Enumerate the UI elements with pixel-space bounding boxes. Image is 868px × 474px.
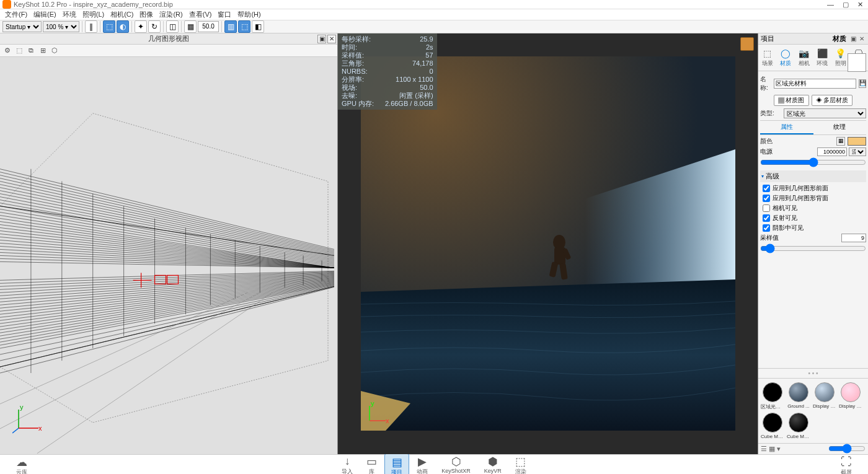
- link-icon[interactable]: ⧉: [26, 46, 36, 56]
- menu-env[interactable]: 环境: [60, 9, 79, 20]
- panel-title-project: 项目: [761, 34, 813, 43]
- menu-render[interactable]: 渲染(R): [157, 9, 185, 20]
- tab-相机[interactable]: 📷相机: [796, 46, 812, 69]
- multilayer-button[interactable]: ◈ 多层材质: [812, 95, 853, 106]
- thumbnail-size-slider[interactable]: [828, 444, 866, 454]
- check-反射可见[interactable]: [763, 214, 770, 222]
- material-ball[interactable]: 区域光材料: [761, 382, 784, 410]
- minimize-button[interactable]: —: [827, 1, 834, 9]
- tab-材质[interactable]: ◯材质: [777, 46, 794, 69]
- render-viewport[interactable]: 每秒采样:25.9 时间:2s 采样值:57 三角形:74,178 NURBS:…: [338, 33, 758, 454]
- menu-file[interactable]: 文件(F): [2, 9, 30, 20]
- geometry-viewport[interactable]: yx: [0, 57, 337, 454]
- toolbar: Startup ▾ 100 % ▾ ‖ ⬚ ◐ ✦ ↻ ◫ ▦ 50.0 ▥ ⬚…: [0, 20, 868, 33]
- left-pane-header: 几何图形视图 ▣ ✕: [0, 33, 337, 45]
- fov-input[interactable]: 50.0: [198, 21, 219, 32]
- axis-gizmo: yx: [12, 403, 43, 436]
- menu-lighting[interactable]: 照明(L): [80, 9, 107, 20]
- close-button[interactable]: ✕: [857, 1, 863, 9]
- close-icon[interactable]: ✕: [859, 35, 867, 43]
- texture-icon[interactable]: ▦: [836, 137, 845, 146]
- tab-环境[interactable]: ⬛环境: [814, 46, 830, 69]
- undock-icon[interactable]: ▣: [317, 35, 326, 43]
- cube-icon[interactable]: ⬚: [14, 46, 24, 56]
- material-preview[interactable]: [848, 71, 866, 72]
- dropdown-icon[interactable]: ▾: [777, 445, 781, 453]
- svg-text:x: x: [38, 424, 42, 432]
- menubar: 文件(F) 编辑(E) 环境 照明(L) 相机(C) 图像 渲染(R) 查看(V…: [0, 9, 868, 20]
- color-swatch[interactable]: [848, 137, 866, 146]
- subtab-textures[interactable]: 纹理: [813, 121, 867, 134]
- grid-view-icon[interactable]: ▦: [769, 445, 775, 453]
- tab-照明[interactable]: 💡照明: [833, 46, 849, 69]
- menu-image[interactable]: 图像: [137, 9, 156, 20]
- svg-text:y: y: [371, 401, 374, 407]
- close-icon[interactable]: ✕: [327, 35, 336, 43]
- bottom-tab-渲染[interactable]: ⬚渲染: [509, 454, 533, 474]
- material-name-input[interactable]: [774, 79, 856, 89]
- gpu-button[interactable]: ◐: [117, 20, 129, 33]
- subtab-properties[interactable]: 属性: [760, 121, 813, 134]
- tool-6[interactable]: ⬚: [238, 20, 250, 33]
- bottom-tab-导入[interactable]: ↓导入: [335, 454, 359, 474]
- bottom-tabbar: ☁云库 ↓导入▭库▤项目▶动画⬡KeyShotXR⬢KeyVR⬚渲染 ⛶截屏: [0, 454, 868, 474]
- power-label: 电源: [760, 147, 781, 156]
- tab-场景[interactable]: ⬚场景: [760, 46, 776, 69]
- check-应用到几何图形前面[interactable]: [763, 185, 770, 192]
- tool-2[interactable]: ↻: [148, 20, 161, 33]
- list-view-icon[interactable]: ☰: [761, 445, 767, 453]
- undock-icon[interactable]: ▣: [851, 35, 858, 43]
- type-label: 类型:: [760, 109, 781, 118]
- cloud-library-button[interactable]: ☁云库: [10, 454, 33, 474]
- person-icon[interactable]: ⬡: [50, 46, 60, 56]
- window-title: KeyShot 10.2 Pro - inspire_xyz_academy_r…: [14, 1, 827, 8]
- color-label: 颜色: [760, 137, 781, 146]
- samples-slider[interactable]: [760, 244, 866, 253]
- menu-camera[interactable]: 相机(C): [108, 9, 136, 20]
- check-阴影中可见[interactable]: [763, 224, 770, 232]
- tool-5[interactable]: ▥: [224, 20, 237, 33]
- bottom-tab-KeyVR[interactable]: ⬢KeyVR: [478, 454, 508, 474]
- grid-icon[interactable]: ⊞: [38, 46, 48, 56]
- bottom-tab-库[interactable]: ▭库: [360, 454, 383, 474]
- tool-7[interactable]: ◧: [252, 20, 264, 33]
- cpu-button[interactable]: ⬚: [103, 20, 115, 33]
- power-unit-select[interactable]: 流明: [849, 147, 866, 156]
- menu-help[interactable]: 帮助(H): [235, 9, 263, 20]
- render-region-button[interactable]: [740, 37, 754, 51]
- menu-window[interactable]: 窗口: [215, 9, 234, 20]
- tool-4[interactable]: ▦: [184, 20, 197, 33]
- bottom-tab-项目[interactable]: ▤项目: [384, 454, 409, 474]
- menu-edit[interactable]: 编辑(E): [31, 9, 59, 20]
- bottom-tab-KeyShotXR[interactable]: ⬡KeyShotXR: [435, 454, 477, 474]
- material-ball[interactable]: Cube Mat...: [787, 413, 810, 439]
- power-slider[interactable]: [760, 157, 866, 167]
- tool-1[interactable]: ✦: [135, 20, 147, 33]
- material-ball[interactable]: Display c...: [813, 382, 836, 410]
- power-input[interactable]: [817, 147, 847, 156]
- material-library: 区域光材料Ground ...Display c...Display c...C…: [758, 378, 868, 443]
- material-ball[interactable]: Cube Mat...: [761, 413, 784, 439]
- bottom-tab-动画[interactable]: ▶动画: [410, 454, 434, 474]
- advanced-header[interactable]: ▾高级: [760, 170, 866, 182]
- screenshot-button[interactable]: ⛶截屏: [835, 454, 858, 474]
- svg-text:x: x: [386, 417, 389, 424]
- menu-view[interactable]: 查看(V): [187, 9, 215, 20]
- pause-button[interactable]: ‖: [85, 20, 97, 33]
- check-应用到几何图形背面[interactable]: [763, 195, 770, 202]
- zoom-select[interactable]: 100 % ▾: [43, 21, 79, 32]
- save-icon[interactable]: 💾: [859, 79, 866, 88]
- material-ball[interactable]: Display c...: [839, 382, 862, 410]
- check-相机可见[interactable]: [763, 204, 770, 212]
- maximize-button[interactable]: ▢: [843, 1, 849, 9]
- tool-3[interactable]: ◫: [166, 20, 179, 33]
- gear-icon[interactable]: ⚙: [2, 46, 12, 56]
- material-graph-button[interactable]: ▦ 材质图: [774, 95, 809, 106]
- material-grid-handle[interactable]: • • •: [758, 368, 868, 378]
- workspace-select[interactable]: Startup ▾: [2, 21, 42, 32]
- material-ball[interactable]: Ground ...: [787, 382, 810, 410]
- axis-gizmo-render: yx: [365, 401, 389, 427]
- samples-input[interactable]: [841, 234, 866, 242]
- material-type-select[interactable]: 区域光: [784, 108, 866, 118]
- samples-label: 采样值: [760, 234, 781, 242]
